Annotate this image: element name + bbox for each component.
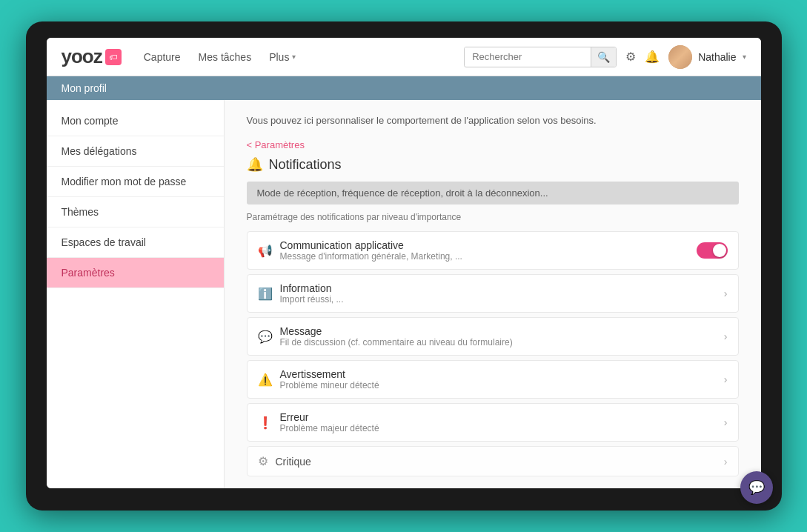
intro-text: Vous pouvez ici personnaliser le comport… (247, 115, 739, 126)
chat-fab-button[interactable]: 💬 (740, 471, 773, 504)
toggle-thumb (713, 244, 726, 257)
screen: yooz 🏷 Capture Mes tâches Plus ▾ 🔍 ⚙ 🔔 (47, 38, 761, 488)
search-input[interactable] (465, 47, 591, 66)
notif-chevron-erreur: › (724, 416, 728, 428)
notif-title-information: Information (280, 282, 717, 294)
notif-sub-communication: Message d'information générale, Marketin… (280, 251, 689, 262)
sidebar-item-mes-delegations[interactable]: Mes délégations (47, 136, 224, 167)
avatar-image (668, 45, 692, 69)
notif-chevron-critique: › (724, 456, 728, 468)
notif-text-communication: Communication applicative Message d'info… (280, 239, 689, 262)
nav-plus[interactable]: Plus ▾ (269, 51, 296, 63)
profile-bar-label: Mon profil (62, 82, 107, 94)
notif-chevron-message: › (724, 330, 728, 342)
notification-bell-icon: 🔔 (247, 156, 263, 173)
content-area: Vous pouvez ici personnaliser le comport… (225, 100, 761, 488)
nav-mes-taches[interactable]: Mes tâches (199, 51, 252, 63)
erreur-icon: ❗ (258, 416, 273, 430)
profile-bar: Mon profil (47, 76, 761, 100)
user-name: Nathalie (698, 51, 736, 63)
notif-text-information: Information Import réussi, ... (280, 282, 717, 305)
message-icon: 💬 (258, 330, 273, 344)
notif-row-message[interactable]: 💬 Message Fil de discussion (cf. comment… (247, 317, 739, 356)
nav-right: 🔍 ⚙ 🔔 Nathalie ▾ (464, 45, 745, 69)
notif-chevron-information: › (724, 287, 728, 299)
sidebar-item-espaces-de-travail[interactable]: Espaces de travail (47, 227, 224, 258)
sidebar-item-parametres[interactable]: Paramètres (47, 258, 224, 288)
notif-text-critique: Critique (276, 456, 717, 468)
notif-sub-avertissement: Problème mineur détecté (280, 380, 717, 390)
sidebar-item-themes[interactable]: Thèmes (47, 197, 224, 227)
plus-chevron-icon: ▾ (292, 53, 296, 61)
notif-title-critique: Critique (276, 456, 717, 468)
critique-icon: ⚙ (258, 454, 268, 468)
section-title: 🔔 Notifications (247, 156, 739, 173)
notif-text-message: Message Fil de discussion (cf. commentai… (280, 325, 717, 348)
communication-icon: 📢 (258, 244, 273, 258)
settings-button[interactable]: ⚙ (625, 50, 636, 64)
notif-row-erreur[interactable]: ❗ Erreur Problème majeur détecté › (247, 403, 739, 442)
toggle-communication[interactable] (697, 242, 728, 259)
nav-links: Capture Mes tâches Plus ▾ (144, 51, 464, 63)
user-chevron-icon: ▾ (743, 53, 746, 61)
user-area[interactable]: Nathalie ▾ (668, 45, 745, 69)
sidebar-item-mon-compte[interactable]: Mon compte (47, 106, 224, 136)
notif-title-erreur: Erreur (280, 411, 717, 423)
sidebar-item-modifier-mot-de-passe[interactable]: Modifier mon mot de passe (47, 167, 224, 197)
back-link[interactable]: < Paramètres (247, 139, 305, 150)
top-nav: yooz 🏷 Capture Mes tâches Plus ▾ 🔍 ⚙ 🔔 (47, 38, 761, 76)
chat-fab-icon: 💬 (748, 479, 765, 496)
notif-title-communication: Communication applicative (280, 239, 689, 251)
notif-sub-message: Fil de discussion (cf. commentaire au ni… (280, 337, 717, 348)
mode-bar: Mode de réception, fréquence de réceptio… (247, 182, 739, 205)
toggle-track (697, 242, 728, 259)
avertissement-icon: ⚠️ (258, 373, 273, 387)
notif-title-message: Message (280, 325, 717, 337)
notif-sub-information: Import réussi, ... (280, 294, 717, 305)
device-frame: yooz 🏷 Capture Mes tâches Plus ▾ 🔍 ⚙ 🔔 (26, 21, 782, 511)
notif-chevron-avertissement: › (724, 373, 728, 385)
avatar (668, 45, 692, 69)
search-box: 🔍 (464, 47, 617, 67)
notif-text-erreur: Erreur Problème majeur détecté (280, 411, 717, 433)
param-label: Paramétrage des notifications par niveau… (247, 212, 739, 222)
search-button[interactable]: 🔍 (591, 47, 616, 67)
sidebar: Mon compte Mes délégations Modifier mon … (47, 100, 225, 488)
main-content: Mon compte Mes délégations Modifier mon … (47, 100, 761, 488)
notif-sub-erreur: Problème majeur détecté (280, 423, 717, 433)
notif-row-information[interactable]: ℹ️ Information Import réussi, ... › (247, 274, 739, 313)
information-icon: ℹ️ (258, 287, 273, 301)
logo-icon: 🏷 (105, 49, 122, 65)
notif-text-avertissement: Avertissement Problème mineur détecté (280, 368, 717, 390)
bell-button[interactable]: 🔔 (645, 50, 660, 64)
notif-row-avertissement[interactable]: ⚠️ Avertissement Problème mineur détecté… (247, 360, 739, 399)
logo-text: yooz (62, 45, 102, 68)
logo[interactable]: yooz 🏷 (62, 45, 122, 68)
notif-row-communication[interactable]: 📢 Communication applicative Message d'in… (247, 231, 739, 270)
notif-title-avertissement: Avertissement (280, 368, 717, 380)
nav-capture[interactable]: Capture (144, 51, 181, 63)
notif-row-critique[interactable]: ⚙ Critique › (247, 446, 739, 476)
